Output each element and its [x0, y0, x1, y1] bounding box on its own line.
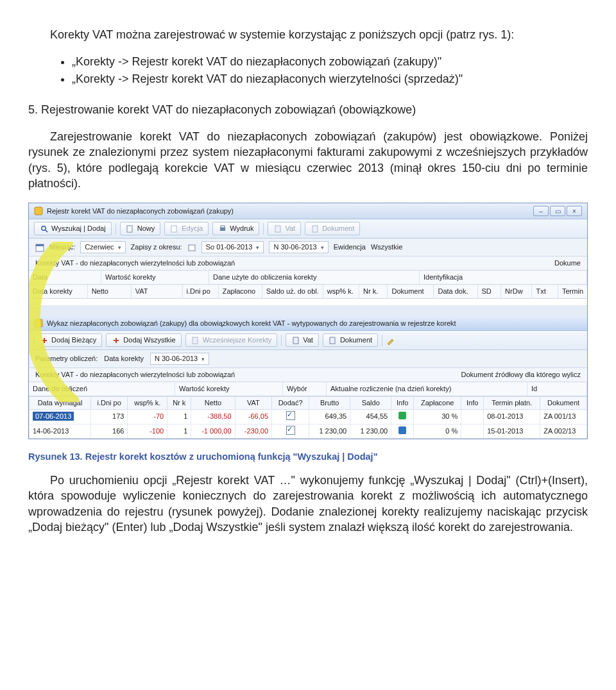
child-window-titlebar: Wykaz niezapłaconych zobowiązań (zakupy)… — [29, 316, 587, 332]
table-row[interactable]: 07-06-2013 173 -70 1 -388,50 -66,05 649,… — [30, 409, 587, 424]
status-square-icon — [398, 426, 406, 434]
vat-icon — [273, 224, 282, 233]
cell: 173 — [90, 409, 127, 424]
subgroup: Identyfikacja — [420, 271, 587, 284]
search-add-button[interactable]: Wyszukaj | Dodaj — [34, 222, 112, 235]
svg-rect-18 — [293, 337, 298, 344]
col[interactable]: Nr k — [167, 396, 191, 409]
cell: -1 000,00 — [191, 424, 235, 439]
subgroup: Dane do obliczeń — [29, 382, 175, 396]
new-button[interactable]: Nowy — [120, 222, 161, 235]
empty-grid-area — [29, 299, 587, 306]
svg-rect-7 — [275, 226, 280, 232]
col[interactable]: Nr k. — [359, 285, 388, 298]
print-label: Wydruk — [230, 224, 253, 233]
col[interactable]: i.Dni po — [183, 285, 219, 298]
vat-icon — [291, 336, 300, 345]
child-grid-subgroups: Dane do obliczeń Wartość korekty Wybór A… — [29, 382, 587, 396]
cell: 1 — [167, 409, 191, 424]
correction-date-field[interactable]: N 30-06-2013▾ — [150, 353, 209, 365]
broom-icon[interactable] — [386, 336, 395, 345]
table-row[interactable]: 14-06-2013 166 -100 1 -1 000,00 -230,00 … — [30, 424, 587, 439]
col[interactable]: NrDw — [501, 285, 532, 298]
filter-bar: Miesiąc: Czerwiec▾ Zapisy z okresu: So 0… — [29, 239, 587, 257]
col[interactable]: Termin płatn. — [484, 396, 540, 409]
cell-date: 14-06-2013 — [30, 424, 91, 439]
col[interactable]: Data wymagal — [30, 396, 91, 409]
paragraph: Zarejestrowanie korekt VAT do niezapłaco… — [28, 129, 588, 191]
document-icon — [311, 224, 320, 233]
col[interactable]: Netto — [88, 285, 132, 298]
app-screenshot: Rejestr korekt VAT do niezapłaconych zob… — [28, 203, 588, 439]
window-titlebar: Rejestr korekt VAT do niezapłaconych zob… — [29, 203, 587, 219]
edit-button[interactable]: Edycja — [164, 222, 209, 235]
evidence-label: Ewidencja — [334, 242, 366, 252]
maximize-button[interactable]: ▭ — [550, 206, 565, 216]
print-button[interactable]: Wydruk — [212, 222, 259, 235]
month-select[interactable]: Czerwiec▾ — [80, 241, 125, 253]
document-icon — [329, 336, 338, 345]
col[interactable]: VAT — [132, 285, 183, 298]
cell: 1 230,00 — [350, 424, 391, 439]
svg-rect-8 — [312, 226, 318, 232]
document-button[interactable]: Dokument — [323, 333, 378, 347]
grid-group-right: Dokume — [554, 258, 581, 268]
prev-corrections-button[interactable]: Wcześniejsze Korekty — [185, 333, 278, 347]
params-bar: Parametry obliczeń: Data korekty N 30-06… — [29, 350, 587, 368]
date-from[interactable]: So 01-06-2013▾ — [201, 241, 264, 253]
vat-label: Vat — [303, 335, 313, 345]
search-add-label: Wyszukaj | Dodaj — [51, 224, 106, 233]
cell: 166 — [90, 424, 127, 439]
subgroup: Wybór — [283, 382, 327, 396]
svg-line-2 — [46, 230, 47, 232]
col[interactable]: Txt — [532, 285, 558, 298]
col[interactable]: Netto — [191, 396, 235, 409]
figure-caption: Rysunek 13. Rejestr korekt kosztów z uru… — [28, 451, 588, 464]
col[interactable]: wsp% k. — [128, 396, 167, 409]
col[interactable]: Termin — [558, 285, 587, 298]
add-all-button[interactable]: Dodaj Wszystkie — [106, 333, 181, 347]
subgroup: Data — [29, 271, 101, 284]
cell: 15-01-2013 — [484, 424, 540, 439]
document-icon — [126, 224, 135, 233]
vat-button[interactable]: Vat — [268, 222, 301, 235]
col[interactable]: VAT — [235, 396, 271, 409]
paragraph: Po uruchomieniu opcji „Rejestr korekt VA… — [28, 473, 588, 535]
vat-button[interactable]: Vat — [286, 333, 319, 347]
chevron-down-icon: ▾ — [321, 244, 324, 251]
col[interactable]: Brutto — [309, 396, 350, 409]
col[interactable]: wsp% k. — [323, 285, 359, 298]
child-grid-group-header: Korekty VAT - do niezapłaconych wierzyte… — [29, 368, 587, 382]
col[interactable]: Dokument — [540, 396, 587, 409]
cell: -230,00 — [235, 424, 271, 439]
minimize-button[interactable]: – — [533, 206, 549, 216]
col[interactable]: Info — [391, 396, 414, 409]
col[interactable]: Info — [461, 396, 484, 409]
month-value: Czerwiec — [85, 242, 114, 252]
col[interactable]: i.Dni po — [90, 396, 127, 409]
col[interactable]: Zapłacono — [219, 285, 262, 298]
cell-checkbox[interactable] — [272, 424, 309, 439]
col[interactable]: Saldo uż. do obl. — [262, 285, 323, 298]
calendar-icon — [35, 243, 44, 252]
checkbox-icon — [286, 411, 295, 420]
col[interactable]: Zapłacone — [414, 396, 461, 409]
new-label: Nowy — [137, 224, 155, 233]
col[interactable]: Dokument — [388, 285, 434, 298]
svg-rect-6 — [221, 226, 225, 228]
add-current-button[interactable]: Dodaj Bieżący — [34, 333, 102, 347]
child-window-title: Wykaz niezapłaconych zobowiązań (zakupy)… — [47, 319, 582, 328]
add-all-label: Dodaj Wszystkie — [123, 335, 175, 345]
col[interactable]: Saldo — [350, 396, 391, 409]
cell-checkbox[interactable] — [272, 409, 309, 424]
col[interactable]: SD — [478, 285, 502, 298]
cell-date: 07-06-2013 — [33, 412, 74, 421]
date-to[interactable]: N 30-06-2013▾ — [269, 241, 328, 253]
document-button[interactable]: Dokument — [305, 222, 360, 235]
col[interactable]: Data korekty — [29, 285, 88, 298]
close-button[interactable]: × — [567, 206, 582, 216]
col[interactable]: Data dok. — [434, 285, 477, 298]
col[interactable]: Dodać? — [272, 396, 309, 409]
svg-point-1 — [42, 226, 46, 230]
subgroup: Dane użyte do obliczenia korekty — [209, 271, 420, 284]
